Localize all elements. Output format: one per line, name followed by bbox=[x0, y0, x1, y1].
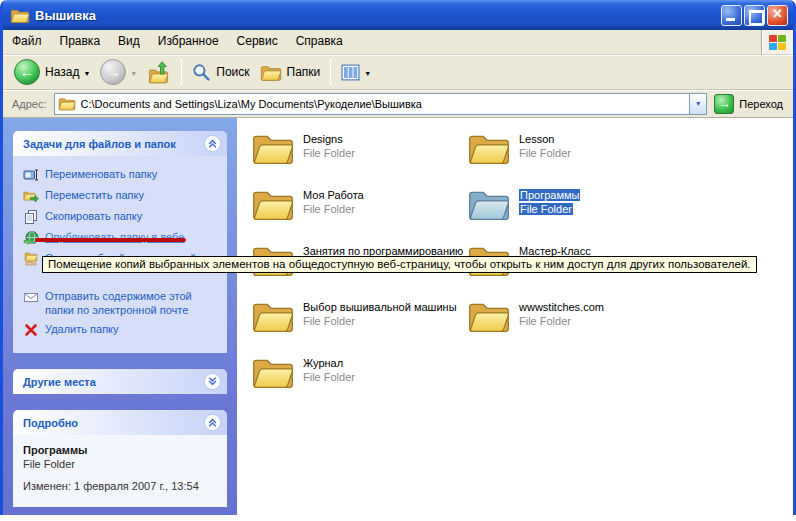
views-icon bbox=[341, 63, 360, 82]
folder-type: File Folder bbox=[303, 371, 355, 383]
back-icon bbox=[14, 59, 40, 85]
address-dropdown-button[interactable] bbox=[689, 94, 706, 114]
forward-icon bbox=[100, 59, 126, 85]
sidebar: Задачи для файлов и папок Переименовать … bbox=[3, 118, 237, 515]
address-path: C:\Documents and Settings\Liza\My Docume… bbox=[81, 98, 422, 110]
menu-tools[interactable]: Сервис bbox=[228, 30, 287, 54]
chevron-up-icon[interactable] bbox=[203, 413, 222, 432]
titlebar: Вышивка bbox=[3, 0, 793, 30]
details-body: Программы File Folder Изменен: 1 февраля… bbox=[13, 435, 227, 507]
back-dropdown-icon[interactable] bbox=[79, 65, 90, 79]
details-item-modified: Изменен: 1 февраля 2007 г., 13:54 bbox=[23, 479, 217, 493]
folder-tile-wwwstitches[interactable]: wwwstitches.com File Folder bbox=[467, 298, 683, 354]
forward-button[interactable] bbox=[95, 57, 142, 87]
chevron-up-icon[interactable] bbox=[203, 134, 222, 153]
folder-icon bbox=[10, 7, 30, 24]
views-button[interactable] bbox=[336, 57, 376, 87]
folder-icon bbox=[467, 186, 511, 222]
move-icon bbox=[23, 188, 39, 204]
task-delete-folder[interactable]: Удалить папку bbox=[23, 322, 221, 338]
folder-name: Designs bbox=[303, 133, 343, 145]
views-dropdown-icon[interactable] bbox=[360, 65, 371, 79]
tooltip: Помещение копий выбранных элементов на о… bbox=[42, 256, 757, 273]
content: Задачи для файлов и папок Переименовать … bbox=[3, 118, 793, 515]
menu-view[interactable]: Вид bbox=[109, 30, 149, 54]
folders-label: Папки bbox=[287, 65, 321, 79]
task-label: Переместить папку bbox=[45, 188, 144, 202]
tasks-section: Задачи для файлов и папок Переименовать … bbox=[13, 131, 227, 353]
addressbar: Адрес: C:\Documents and Settings\Liza\My… bbox=[3, 90, 793, 118]
folder-icon bbox=[251, 298, 295, 334]
search-button[interactable]: Поиск bbox=[187, 57, 254, 87]
folder-name: wwwstitches.com bbox=[519, 301, 604, 313]
close-button[interactable] bbox=[767, 5, 788, 26]
folder-name: Программы bbox=[519, 189, 580, 201]
copy-icon bbox=[23, 209, 39, 225]
menubar: Файл Правка Вид Избранное Сервис Справка bbox=[3, 30, 793, 55]
task-copy-folder[interactable]: Скопировать папку bbox=[23, 209, 221, 225]
task-rename-folder[interactable]: Переименовать папку bbox=[23, 167, 221, 183]
maximize-button[interactable] bbox=[744, 5, 765, 26]
other-places-header[interactable]: Другие места bbox=[13, 369, 227, 394]
annotation-red-underline bbox=[35, 238, 186, 242]
back-label: Назад bbox=[45, 65, 79, 79]
folder-type: File Folder bbox=[519, 203, 573, 215]
toolbar-separator bbox=[181, 59, 182, 85]
windows-logo-icon bbox=[769, 35, 786, 50]
folder-name: Lesson bbox=[519, 133, 554, 145]
folder-icon bbox=[58, 96, 76, 111]
folder-icon bbox=[251, 354, 295, 390]
chevron-down-icon[interactable] bbox=[203, 372, 222, 391]
task-email-folder[interactable]: Отправить содержимое этой папки по элект… bbox=[23, 289, 221, 317]
go-arrow-icon bbox=[714, 94, 734, 114]
details-item-type: File Folder bbox=[23, 457, 217, 471]
folder-type: File Folder bbox=[519, 315, 571, 327]
folder-name: Моя Работа bbox=[303, 189, 364, 201]
folder-tile-programmy-selected[interactable]: Программы File Folder bbox=[467, 186, 683, 242]
minimize-button[interactable] bbox=[721, 5, 742, 26]
folder-name: Выбор вышивальной машины bbox=[303, 301, 457, 313]
folder-tile-vybor-mashiny[interactable]: Выбор вышивальной машины File Folder bbox=[251, 298, 467, 354]
toolbar-separator bbox=[330, 59, 331, 85]
folders-button[interactable]: Папки bbox=[255, 57, 326, 87]
up-button[interactable] bbox=[142, 57, 176, 87]
folder-up-icon bbox=[147, 60, 171, 84]
details-header[interactable]: Подробно bbox=[13, 410, 227, 435]
task-move-folder[interactable]: Переместить папку bbox=[23, 188, 221, 204]
search-icon bbox=[192, 63, 211, 82]
search-label: Поиск bbox=[216, 65, 249, 79]
folder-tile-moya-rabota[interactable]: Моя Работа File Folder bbox=[251, 186, 467, 242]
menubar-logo-area bbox=[761, 30, 793, 54]
task-label: Переименовать папку bbox=[45, 167, 157, 181]
forward-dropdown-icon[interactable] bbox=[126, 65, 137, 79]
go-button[interactable]: Переход bbox=[714, 94, 783, 114]
window-title: Вышивка bbox=[35, 8, 96, 23]
address-label: Адрес: bbox=[12, 98, 47, 110]
folder-icon bbox=[467, 298, 511, 334]
back-button[interactable]: Назад bbox=[9, 57, 95, 87]
folder-tile-lesson[interactable]: Lesson File Folder bbox=[467, 130, 683, 186]
folder-type: File Folder bbox=[519, 147, 571, 159]
menu-favorites[interactable]: Избранное bbox=[149, 30, 228, 54]
tasks-list: Переименовать папку Переместить папку bbox=[13, 156, 227, 353]
folders-icon bbox=[260, 63, 282, 82]
menu-help[interactable]: Справка bbox=[287, 30, 352, 54]
other-places-title: Другие места bbox=[23, 376, 96, 388]
folder-icon bbox=[251, 130, 295, 166]
email-icon bbox=[23, 289, 39, 305]
folder-type: File Folder bbox=[303, 315, 355, 327]
address-input[interactable]: C:\Documents and Settings\Liza\My Docume… bbox=[54, 93, 708, 115]
tasks-section-header[interactable]: Задачи для файлов и папок bbox=[13, 131, 227, 156]
share-icon bbox=[23, 251, 39, 267]
folder-type: File Folder bbox=[303, 203, 355, 215]
details-title: Подробно bbox=[23, 417, 78, 429]
folder-tile-designs[interactable]: Designs File Folder bbox=[251, 130, 467, 186]
menu-file[interactable]: Файл bbox=[3, 30, 51, 54]
other-places-section: Другие места bbox=[13, 369, 227, 394]
menu-edit[interactable]: Правка bbox=[51, 30, 110, 54]
details-item-name: Программы bbox=[23, 443, 217, 457]
folder-name: Журнал bbox=[303, 357, 343, 369]
window-controls bbox=[719, 5, 788, 26]
folder-tile-zhurnal[interactable]: Журнал File Folder bbox=[251, 354, 467, 410]
details-section: Подробно Программы File Folder Изменен: … bbox=[13, 410, 227, 507]
